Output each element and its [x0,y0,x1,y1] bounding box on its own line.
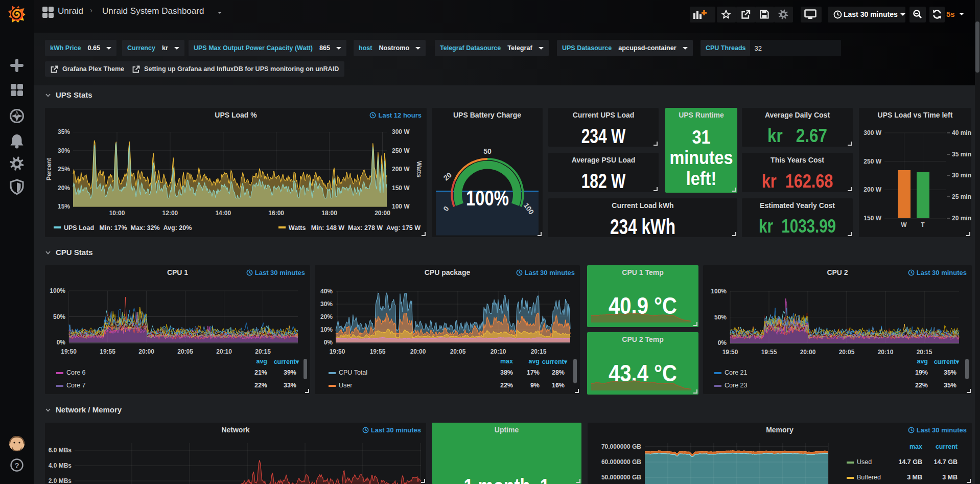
svg-text:10%: 10% [320,326,333,333]
svg-text:20%: 20% [320,313,333,320]
svg-text:50: 50 [483,147,492,155]
svg-text:35%: 35% [58,128,70,135]
svg-text:60.000000 GB: 60.000000 GB [601,458,641,466]
svg-text:200 W: 200 W [392,166,410,173]
svg-text:19:50: 19:50 [330,348,345,355]
svg-text:20:10: 20:10 [491,348,506,355]
svg-text:Watts: Watts [415,161,423,178]
svg-text:W: W [901,221,907,228]
svg-text:30%: 30% [58,147,70,154]
svg-text:20:05: 20:05 [839,349,855,356]
svg-text:30 min: 30 min [952,172,971,179]
svg-text:70.000000 GB: 70.000000 GB [601,443,641,450]
svg-text:20 min: 20 min [952,215,971,222]
svg-text:100 W: 100 W [392,203,410,210]
svg-text:35 min: 35 min [952,151,971,158]
svg-text:20:00: 20:00 [410,348,426,355]
svg-text:250 W: 250 W [392,147,410,154]
svg-text:?: ? [14,461,19,470]
svg-text:200 W: 200 W [864,186,881,193]
svg-text:2.0 MBs: 2.0 MBs [49,477,72,484]
svg-text:20:05: 20:05 [450,348,466,355]
svg-text:40 min: 40 min [952,129,971,136]
svg-text:25 min: 25 min [952,193,971,200]
svg-text:6.0 MBs: 6.0 MBs [49,447,72,454]
svg-text:20:00: 20:00 [375,210,390,217]
svg-text:20%: 20% [58,185,70,192]
svg-text:18:00: 18:00 [321,210,337,217]
svg-text:19:50: 19:50 [61,348,77,355]
svg-text:150 W: 150 W [864,215,881,222]
svg-text:19:55: 19:55 [761,349,777,356]
svg-text:16:00: 16:00 [268,210,284,217]
svg-text:40%: 40% [320,288,333,295]
svg-text:10:00: 10:00 [109,210,125,217]
svg-text:19:50: 19:50 [722,349,738,356]
svg-text:20:10: 20:10 [878,349,894,356]
svg-text:4.0 MBs: 4.0 MBs [49,462,72,469]
svg-text:0%: 0% [718,339,727,347]
svg-text:20:00: 20:00 [138,348,154,355]
svg-text:15%: 15% [58,203,70,210]
svg-text:0%: 0% [324,339,333,346]
svg-text:20:15: 20:15 [531,348,547,355]
svg-text:20:00: 20:00 [800,349,816,356]
svg-text:Percent: Percent [45,158,53,180]
svg-text:25%: 25% [58,166,70,173]
svg-text:12:00: 12:00 [162,210,178,217]
svg-text:100%: 100% [711,288,727,295]
svg-text:50%: 50% [714,314,727,321]
svg-text:50.000000 GB: 50.000000 GB [601,474,641,481]
svg-text:20:10: 20:10 [216,348,232,355]
svg-text:250 W: 250 W [864,158,881,165]
svg-text:19:55: 19:55 [370,348,386,355]
svg-text:50%: 50% [53,313,65,320]
svg-text:100%: 100% [50,287,65,294]
svg-text:19:55: 19:55 [100,348,115,355]
svg-text:300 W: 300 W [864,129,881,136]
svg-text:T: T [921,221,925,228]
svg-text:20:15: 20:15 [255,348,271,355]
svg-text:300 W: 300 W [392,128,410,135]
svg-text:30%: 30% [320,301,333,308]
svg-text:150 W: 150 W [392,185,410,192]
svg-text:100%: 100% [466,186,509,210]
svg-text:14:00: 14:00 [215,210,231,217]
svg-text:20: 20 [442,171,453,182]
svg-text:20:15: 20:15 [917,349,932,356]
svg-text:20:05: 20:05 [177,348,193,355]
svg-text:0%: 0% [57,339,66,346]
